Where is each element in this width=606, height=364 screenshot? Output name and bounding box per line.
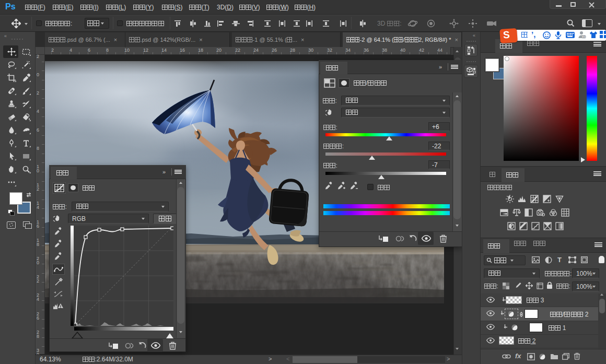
svg-text:10: 10 [582,36,586,38]
